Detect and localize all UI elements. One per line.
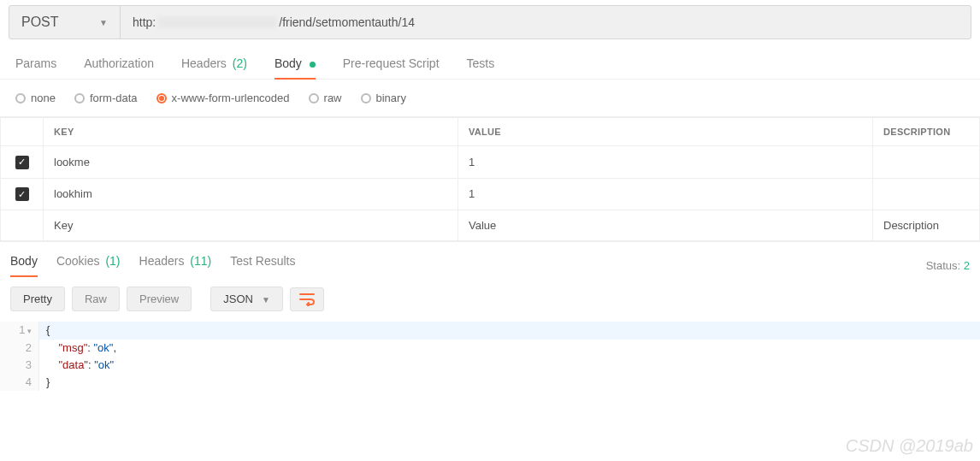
- chevron-down-icon: ▼: [262, 295, 270, 304]
- request-url-bar: POST ▼ http: /friend/setmomentauth/14: [9, 5, 971, 39]
- key-cell[interactable]: lookme: [44, 146, 458, 179]
- value-cell[interactable]: 1: [458, 146, 873, 179]
- body-type-urlencoded[interactable]: x-www-form-urlencoded: [156, 92, 290, 104]
- response-body-editor[interactable]: 1 { 2 "msg": "ok", 3 "data": "ok" 4 }: [0, 322, 980, 391]
- tab-tests[interactable]: Tests: [467, 56, 495, 79]
- response-view-bar: Pretty Raw Preview JSON▼: [0, 276, 980, 322]
- radio-icon: [156, 93, 167, 103]
- key-input[interactable]: Key: [44, 210, 458, 241]
- radio-icon: [361, 93, 371, 103]
- resp-tab-cookies[interactable]: Cookies (1): [56, 254, 121, 276]
- line-number: 4: [0, 374, 39, 391]
- response-tabs: Body Cookies (1) Headers (11) Test Resul…: [0, 241, 980, 276]
- desc-cell[interactable]: [873, 178, 980, 210]
- tab-body-label: Body: [275, 56, 302, 70]
- cookies-count: (1): [105, 254, 120, 268]
- body-type-none[interactable]: none: [15, 92, 56, 104]
- radio-icon: [15, 93, 26, 103]
- http-method-value: POST: [21, 15, 59, 30]
- body-type-binary[interactable]: binary: [361, 92, 406, 104]
- response-status: Status: 2: [926, 259, 970, 272]
- headers-count: (2): [233, 56, 247, 70]
- value-input[interactable]: Value: [458, 210, 873, 241]
- column-key: KEY: [44, 118, 458, 146]
- tab-body[interactable]: Body: [275, 56, 316, 79]
- tab-params[interactable]: Params: [15, 56, 56, 79]
- request-tabs: Params Authorization Headers (2) Body Pr…: [0, 39, 980, 80]
- table-row: ✓ lookhim 1: [1, 178, 980, 210]
- resp-tab-test-results[interactable]: Test Results: [230, 254, 295, 276]
- resp-tab-headers[interactable]: Headers (11): [139, 254, 212, 276]
- url-redacted-host: [157, 16, 277, 28]
- view-preview[interactable]: Preview: [127, 287, 192, 311]
- tab-headers[interactable]: Headers (2): [181, 56, 247, 79]
- tab-prerequest[interactable]: Pre-request Script: [343, 56, 440, 79]
- table-row: ✓ lookme 1: [1, 146, 980, 179]
- radio-icon: [309, 93, 319, 103]
- chevron-down-icon: ▼: [99, 18, 108, 27]
- key-cell[interactable]: lookhim: [44, 178, 458, 210]
- line-number: 1: [0, 322, 39, 340]
- desc-cell[interactable]: [873, 146, 980, 179]
- wrap-lines-button[interactable]: [290, 287, 324, 311]
- column-description: DESCRIPTION: [873, 118, 980, 146]
- checkbox-header: [1, 118, 44, 146]
- watermark: CSDN @2019ab: [846, 436, 973, 456]
- tab-headers-label: Headers: [181, 56, 227, 70]
- status-code: 2: [964, 259, 970, 272]
- resp-headers-count: (11): [190, 254, 211, 268]
- url-path: /friend/setmomentauth/14: [279, 15, 415, 29]
- view-pretty[interactable]: Pretty: [10, 287, 65, 311]
- request-url-input[interactable]: http: /friend/setmomentauth/14: [121, 6, 971, 38]
- body-type-formdata[interactable]: form-data: [74, 92, 138, 104]
- body-type-raw[interactable]: raw: [309, 92, 342, 104]
- body-type-selector: none form-data x-www-form-urlencoded raw…: [0, 80, 980, 117]
- column-value: VALUE: [458, 118, 873, 146]
- body-active-dot-icon: [310, 62, 316, 68]
- tab-authorization[interactable]: Authorization: [84, 56, 154, 79]
- url-prefix: http:: [133, 15, 156, 29]
- wrap-icon: [299, 293, 315, 306]
- row-checkbox[interactable]: ✓: [15, 156, 29, 169]
- line-number: 2: [0, 340, 39, 357]
- http-method-dropdown[interactable]: POST ▼: [9, 6, 121, 38]
- table-row-new: Key Value Description: [1, 210, 980, 241]
- desc-input[interactable]: Description: [873, 210, 980, 241]
- view-raw[interactable]: Raw: [72, 287, 120, 311]
- row-checkbox[interactable]: ✓: [15, 187, 29, 201]
- lang-dropdown[interactable]: JSON▼: [210, 287, 283, 311]
- radio-icon: [74, 93, 85, 103]
- form-data-table: KEY VALUE DESCRIPTION ✓ lookme 1 ✓ lookh…: [0, 117, 980, 241]
- line-number: 3: [0, 357, 39, 374]
- value-cell[interactable]: 1: [458, 178, 873, 210]
- resp-tab-body[interactable]: Body: [10, 254, 38, 276]
